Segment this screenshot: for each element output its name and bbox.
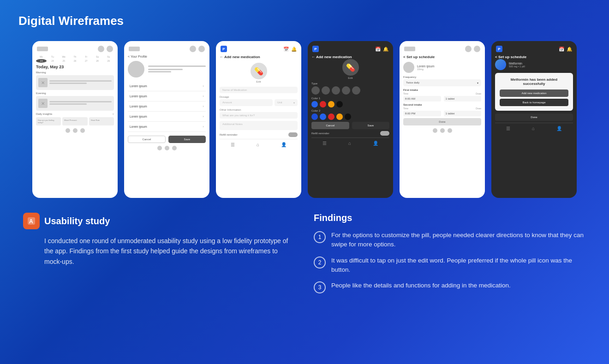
dark-edit-label[interactable]: Edit (348, 77, 352, 79)
add-new-med-button[interactable]: Add new medication (500, 90, 568, 97)
usability-study-section: A Usability study I conducted one round … (23, 213, 295, 300)
usability-title: Usability study (44, 216, 110, 227)
finding-text-2: It was difficult to tap on just the edit… (331, 256, 586, 275)
other-info-label: Other Information (220, 108, 298, 111)
insight-2: Blood Pressure (62, 117, 87, 125)
done-button[interactable]: Done (403, 118, 481, 125)
success-box: Metformin has been added successfully Ad… (495, 73, 573, 111)
color2-darkblue[interactable] (311, 113, 318, 120)
dark-schedule-title: < Set up schedule (495, 55, 573, 59)
finding-text-1: For the options to customize the pill, p… (331, 231, 586, 250)
frequency-dropdown[interactable]: Twice daily▾ (403, 79, 481, 86)
calendar-icon[interactable]: 📅 (283, 47, 289, 52)
dark-med-name: Metformin (509, 62, 525, 65)
pill-icon[interactable]: 💊 (251, 63, 267, 79)
color2-blue[interactable] (320, 113, 326, 120)
cancel-button[interactable]: Cancel (128, 136, 166, 143)
sched-pill-icon (403, 62, 414, 73)
dark-save-button[interactable]: Save (352, 122, 390, 129)
pill-type-5[interactable] (352, 86, 360, 95)
color1-yellow[interactable] (328, 101, 334, 107)
amount-input[interactable]: Amount (220, 99, 273, 106)
nav-profile-icon[interactable]: 👤 (281, 142, 287, 147)
add-med-title: ← Add new medication (220, 55, 298, 59)
second-dose-field[interactable]: 1 tablet (444, 111, 482, 116)
menu-item-5[interactable]: Lorem ipsum› (128, 122, 206, 132)
page-title: Digital Wireframes (18, 14, 591, 28)
findings-section: Findings 1 For the options to customize … (314, 213, 586, 300)
color2-red[interactable] (328, 113, 334, 120)
insights-label: Daily insights (36, 113, 52, 115)
color2-yellow[interactable] (336, 113, 343, 120)
dosage-label: Dosage (220, 95, 298, 98)
pill-type-3[interactable] (332, 86, 340, 95)
pill-type-2[interactable] (322, 86, 330, 95)
evening-label: Evening (36, 92, 114, 95)
menu-item-2[interactable]: Lorem ipsum› (128, 91, 206, 101)
save-button[interactable]: Save (168, 136, 206, 143)
color2-black[interactable] (345, 113, 351, 120)
menu-item-4[interactable]: Lorem ipsum› (128, 112, 206, 122)
bell-icon[interactable]: 🔔 (291, 47, 297, 52)
dark-nav-profile-icon[interactable]: 👤 (373, 141, 378, 146)
first-dose-field[interactable]: 1 tablet (444, 96, 482, 101)
edit-label[interactable]: Edit (256, 80, 261, 83)
dark-pill-icon[interactable]: 💊 (342, 59, 359, 76)
finding-number-2: 2 (314, 257, 326, 269)
finding-number-3: 3 (314, 281, 326, 293)
notes-input[interactable]: Additional Notes (220, 121, 298, 130)
second-intake-label: Second intake (403, 103, 481, 106)
color1-blue[interactable] (311, 101, 318, 107)
findings-title: Findings (314, 213, 586, 223)
back-home-button[interactable]: Back to homepage (500, 99, 568, 106)
dark2-nav-home-icon[interactable]: ⌂ (532, 126, 535, 131)
finding-item-1: 1 For the options to customize the pill,… (314, 231, 586, 250)
svg-text:A: A (29, 218, 33, 225)
calendar-date-title: Today, May 23 (36, 65, 114, 69)
phone-4-add-med-dark: P 📅 🔔 ← Add new medication 💊 Edit Type C… (308, 41, 393, 198)
sched-med-name: Lorem ipsum (417, 65, 435, 68)
menu-item-3[interactable]: Lorem ipsum› (128, 101, 206, 112)
dark-nav-home-icon[interactable]: ⌂ (348, 141, 351, 146)
what-input[interactable]: What are you taking it for? (220, 112, 298, 119)
profile-back-label[interactable]: < Your Profile (128, 55, 206, 58)
calendar-icon-dark2[interactable]: 📅 (559, 47, 564, 52)
app-logo-dark2: P (496, 46, 502, 52)
phone-6-schedule-dark: P 📅 🔔 < Set up schedule Metformin 500 mg… (491, 41, 577, 198)
calendar-icon-dark[interactable]: 📅 (375, 47, 381, 52)
dark-sched-pill-icon (495, 59, 506, 70)
color1-red[interactable] (320, 101, 326, 107)
type-label: Type (311, 82, 389, 85)
dark-nav-list-icon[interactable]: ☰ (322, 141, 327, 146)
refill-toggle[interactable] (288, 132, 298, 137)
pill-type-1[interactable] (311, 86, 320, 95)
color1-black[interactable] (336, 101, 343, 107)
dark-refill-toggle[interactable] (380, 131, 389, 136)
nav-home-icon[interactable]: ⌂ (257, 142, 259, 147)
dark-cancel-button[interactable]: Cancel (311, 122, 349, 129)
pill-type-4[interactable] (342, 86, 350, 95)
color1-label: Color 1 (311, 97, 389, 100)
name-input[interactable]: Name of Medication (220, 87, 298, 93)
insight-3: Heart Rate (89, 117, 114, 125)
second-time-field[interactable]: 8:00 PM (403, 111, 441, 116)
unit-select[interactable]: Unit▾ (275, 99, 298, 106)
dark-refill-label: Refill reminder (311, 132, 329, 135)
morning-label: Morning (36, 71, 114, 74)
phone-1-calendar: MoTuWeThFrSaSu 23242526272829 Today, May… (32, 41, 118, 198)
dark-done-button[interactable]: Done (495, 113, 573, 121)
insight-1: How are you feeling today? (36, 117, 61, 125)
menu-item-1[interactable]: Lorem ipsum› (128, 81, 206, 91)
bell-icon-dark2[interactable]: 🔔 (567, 47, 572, 52)
app-logo-dark: P (312, 46, 319, 52)
dark2-nav-profile-icon[interactable]: 👤 (556, 126, 562, 131)
dark-med-dose: 500 mg • 1 pill (509, 65, 525, 68)
refill-label: Refill reminder (220, 133, 238, 136)
dark2-nav-list-icon[interactable]: ☰ (506, 126, 510, 131)
bell-icon-dark[interactable]: 🔔 (383, 47, 388, 52)
phone-5-schedule-light: < Set up schedule Lorem ipsum 10mg Frequ… (400, 41, 485, 198)
bottom-section: A Usability study I conducted one round … (18, 213, 591, 300)
usability-body: I conducted one round of unmoderated usa… (44, 236, 295, 267)
first-time-field[interactable]: 8:00 AM (403, 96, 441, 101)
nav-list-icon[interactable]: ☰ (231, 142, 235, 147)
